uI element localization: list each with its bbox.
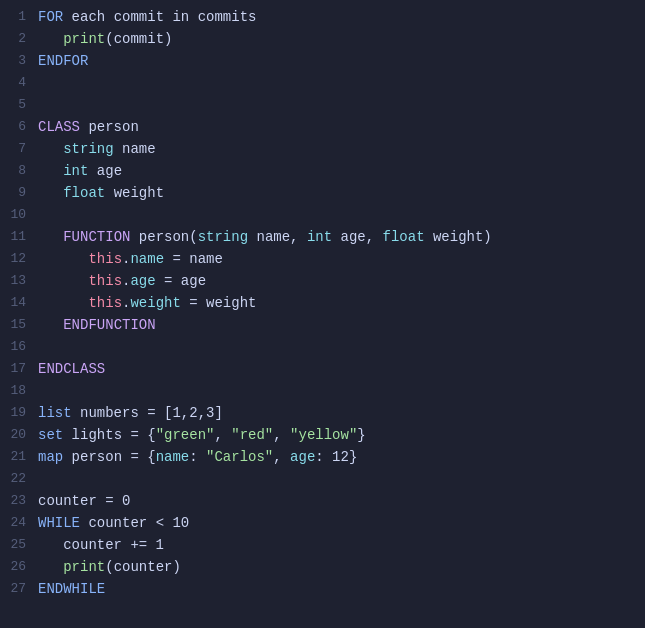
line-number: 10	[8, 204, 26, 226]
code-line: FOR each commit in commits	[38, 6, 629, 28]
token-kw-type: int	[307, 229, 332, 245]
line-number: 21	[8, 446, 26, 468]
token-kw-for: FOR	[38, 9, 63, 25]
token-kw-this: this	[88, 273, 122, 289]
token-kw-print: print	[63, 559, 105, 575]
token-plain: person(	[130, 229, 197, 245]
token-kw-type: float	[63, 185, 105, 201]
code-line: print(commit)	[38, 28, 629, 50]
code-line: float weight	[38, 182, 629, 204]
token-plain: = weight	[181, 295, 257, 311]
line-number: 12	[8, 248, 26, 270]
code-line: ENDFUNCTION	[38, 314, 629, 336]
line-number: 26	[8, 556, 26, 578]
line-number: 3	[8, 50, 26, 72]
code-line	[38, 468, 629, 490]
code-line: ENDFOR	[38, 50, 629, 72]
token-kw-list: map	[38, 449, 63, 465]
code-line	[38, 72, 629, 94]
token-plain	[38, 31, 63, 47]
line-number: 27	[8, 578, 26, 600]
line-number: 1	[8, 6, 26, 28]
token-plain: person = {	[63, 449, 155, 465]
code-line	[38, 336, 629, 358]
token-plain: lights = {	[63, 427, 155, 443]
token-str: "yellow"	[290, 427, 357, 443]
line-number: 22	[8, 468, 26, 490]
line-number: 13	[8, 270, 26, 292]
line-number: 14	[8, 292, 26, 314]
token-plain: numbers = [1,2,3]	[72, 405, 223, 421]
token-plain: ,	[273, 449, 290, 465]
code-line: set lights = {"green", "red", "yellow"}	[38, 424, 629, 446]
code-line	[38, 380, 629, 402]
line-number: 11	[8, 226, 26, 248]
code-line: map person = {name: "Carlos", age: 12}	[38, 446, 629, 468]
code-line: list numbers = [1,2,3]	[38, 402, 629, 424]
code-line: ENDCLASS	[38, 358, 629, 380]
line-number: 7	[8, 138, 26, 160]
token-plain: name	[114, 141, 156, 157]
line-number: 16	[8, 336, 26, 358]
token-plain: ,	[273, 427, 290, 443]
token-plain	[38, 163, 63, 179]
token-str: "green"	[156, 427, 215, 443]
line-number: 4	[8, 72, 26, 94]
token-kw-print: print	[63, 31, 105, 47]
token-str: "red"	[231, 427, 273, 443]
line-number: 8	[8, 160, 26, 182]
token-plain	[38, 273, 88, 289]
token-plain: name,	[248, 229, 307, 245]
token-plain	[38, 185, 63, 201]
token-kw-type: float	[383, 229, 425, 245]
line-number: 6	[8, 116, 26, 138]
code-line	[38, 94, 629, 116]
token-plain: counter += 1	[38, 537, 164, 553]
token-kw-for: WHILE	[38, 515, 80, 531]
token-kw-for: ENDFOR	[38, 53, 88, 69]
token-plain	[38, 141, 63, 157]
code-line	[38, 204, 629, 226]
line-number: 5	[8, 94, 26, 116]
token-prop: age	[130, 273, 155, 289]
code-line: this.name = name	[38, 248, 629, 270]
code-line: string name	[38, 138, 629, 160]
line-number: 20	[8, 424, 26, 446]
line-number: 25	[8, 534, 26, 556]
token-plain: counter = 0	[38, 493, 130, 509]
code-editor: 1234567891011121314151617181920212223242…	[0, 0, 645, 628]
line-number: 19	[8, 402, 26, 424]
token-plain: weight)	[425, 229, 492, 245]
line-number: 9	[8, 182, 26, 204]
code-line: ENDWHILE	[38, 578, 629, 600]
code-line: FUNCTION person(string name, int age, fl…	[38, 226, 629, 248]
token-kw-type: string	[198, 229, 248, 245]
token-key: name	[156, 449, 190, 465]
line-number: 24	[8, 512, 26, 534]
token-kw-func: FUNCTION	[63, 229, 130, 245]
token-plain: weight	[105, 185, 164, 201]
code-line: print(counter)	[38, 556, 629, 578]
token-plain: }	[357, 427, 365, 443]
token-plain	[38, 295, 88, 311]
line-number: 18	[8, 380, 26, 402]
token-plain: = age	[156, 273, 206, 289]
token-plain: person	[80, 119, 139, 135]
token-kw-list: set	[38, 427, 63, 443]
token-prop: weight	[130, 295, 180, 311]
token-plain: : 12}	[315, 449, 357, 465]
token-plain	[38, 229, 63, 245]
token-kw-func: ENDFUNCTION	[63, 317, 155, 333]
code-line: this.age = age	[38, 270, 629, 292]
line-number: 23	[8, 490, 26, 512]
token-plain: ,	[214, 427, 231, 443]
token-plain	[38, 317, 63, 333]
token-kw-type: int	[63, 163, 88, 179]
token-str: "Carlos"	[206, 449, 273, 465]
line-number: 15	[8, 314, 26, 336]
token-plain	[38, 559, 63, 575]
code-content: FOR each commit in commits print(commit)…	[38, 6, 645, 622]
line-number: 2	[8, 28, 26, 50]
code-line: int age	[38, 160, 629, 182]
line-numbers: 1234567891011121314151617181920212223242…	[0, 6, 38, 622]
